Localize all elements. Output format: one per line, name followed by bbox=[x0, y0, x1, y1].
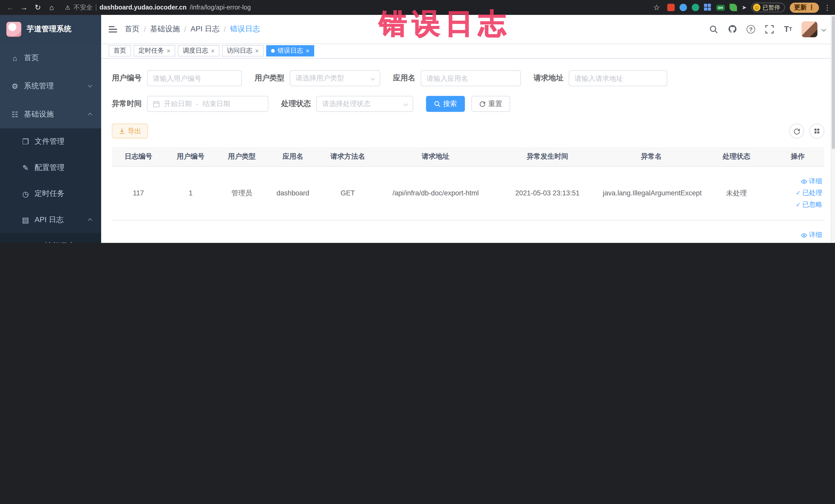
home-menu-icon: ⌂ bbox=[11, 54, 19, 62]
sidebar-item-scheduled-tasks[interactable]: ◷ 定时任务 bbox=[0, 181, 101, 207]
exception-time-label: 异常时间 bbox=[112, 99, 142, 108]
url-path[interactable]: /infra/log/api-error-log bbox=[190, 4, 251, 11]
sidebar-item-infrastructure[interactable]: ☷ 基础设施 bbox=[0, 100, 101, 128]
scrollbar[interactable] bbox=[831, 15, 835, 243]
paused-label: 已暂停 bbox=[762, 3, 780, 11]
tab-dispatch-log[interactable]: 调度日志 × bbox=[178, 45, 220, 57]
sidebar-item-file-mgmt[interactable]: ❐ 文件管理 bbox=[0, 128, 101, 155]
font-size-icon[interactable]: TT bbox=[783, 24, 793, 34]
extension-on-badge[interactable]: on bbox=[716, 5, 725, 11]
security-label[interactable]: 不安全 bbox=[74, 3, 93, 12]
select-caret-icon bbox=[370, 76, 375, 81]
error-log-table: 日志编号 用户编号 用户类型 应用名 请求方法名 请求地址 异常发生时间 异常名… bbox=[112, 147, 824, 243]
extension-icon-grid[interactable] bbox=[704, 4, 712, 11]
address-bar[interactable]: ⚠ 不安全 dashboard.yudao.iocoder.cn/infra/l… bbox=[65, 3, 251, 12]
breadcrumb-api-log[interactable]: API 日志 bbox=[190, 24, 220, 34]
app-logo-row[interactable]: 芋道管理系统 bbox=[0, 15, 101, 44]
calendar-icon bbox=[153, 100, 160, 107]
export-button[interactable]: 导出 bbox=[112, 123, 148, 138]
close-tab-icon[interactable]: × bbox=[211, 48, 215, 54]
process-status-select[interactable]: 请选择处理状态 bbox=[316, 96, 413, 112]
sidebar-item-config-mgmt[interactable]: ✎ 配置管理 bbox=[0, 155, 101, 181]
processed-link[interactable]: ✓已处理 bbox=[796, 188, 822, 198]
app-name-input[interactable] bbox=[421, 70, 521, 86]
breadcrumb-home[interactable]: 首页 bbox=[124, 24, 139, 34]
processed-link[interactable]: ✓已处理 bbox=[796, 242, 822, 243]
reload-icon[interactable]: ↻ bbox=[32, 2, 44, 13]
tab-access-log[interactable]: 访问日志 × bbox=[222, 45, 264, 57]
timer-icon: ◷ bbox=[21, 189, 30, 198]
user-id-label: 用户编号 bbox=[112, 74, 142, 83]
active-tab-dot bbox=[271, 49, 275, 53]
extension-icon-leaf[interactable] bbox=[730, 4, 737, 11]
user-id-input[interactable] bbox=[147, 70, 242, 86]
chevron-up-icon bbox=[88, 113, 93, 117]
paused-profile-pill[interactable]: ☺ 已暂停 bbox=[751, 3, 785, 12]
bookmark-star-icon[interactable]: ☆ bbox=[651, 2, 663, 13]
table-row: 116 1 管理员 dashboard GET /api/infra/db-do… bbox=[112, 220, 824, 243]
github-icon[interactable] bbox=[727, 24, 737, 34]
tab-error-log[interactable]: 错误日志 × bbox=[266, 45, 314, 57]
column-header: 处理状态 bbox=[702, 147, 771, 166]
exception-time-range-picker[interactable]: 开始日期 - 结束日期 bbox=[147, 96, 268, 112]
help-icon[interactable]: ? bbox=[746, 24, 756, 34]
column-settings-button[interactable] bbox=[809, 123, 824, 138]
select-caret-icon bbox=[404, 102, 408, 106]
extension-icon-green[interactable] bbox=[692, 4, 699, 11]
access-log-icon: ▥ bbox=[32, 242, 40, 243]
refresh-table-button[interactable] bbox=[789, 123, 804, 138]
browser-toolbar: ← → ↻ ⌂ ⚠ 不安全 dashboard.yudao.iocoder.cn… bbox=[0, 0, 835, 15]
detail-link[interactable]: 详细 bbox=[801, 230, 822, 240]
gear-icon: ⚙ bbox=[11, 82, 19, 90]
update-button[interactable]: 更新 ⋮ bbox=[790, 2, 819, 12]
breadcrumb: 首页 / 基础设施 / API 日志 / 错误日志 bbox=[124, 24, 260, 34]
column-header: 异常名 bbox=[600, 147, 702, 166]
close-tab-icon[interactable]: × bbox=[306, 48, 309, 54]
user-menu-caret-icon[interactable] bbox=[822, 27, 826, 31]
close-tab-icon[interactable]: × bbox=[167, 48, 170, 54]
sidebar-item-access-log[interactable]: ▥ 访问日志 bbox=[0, 233, 101, 243]
sidebar-item-system-mgmt[interactable]: ⚙ 系统管理 bbox=[0, 72, 101, 100]
back-icon[interactable]: ← bbox=[4, 2, 16, 13]
fullscreen-icon[interactable] bbox=[764, 24, 775, 34]
address-divider bbox=[96, 4, 96, 11]
tab-home[interactable]: 首页 bbox=[108, 45, 131, 57]
table-header-row: 日志编号 用户编号 用户类型 应用名 请求方法名 请求地址 异常发生时间 异常名… bbox=[112, 147, 824, 166]
tab-scheduled-tasks[interactable]: 定时任务 × bbox=[134, 45, 175, 57]
api-log-icon: ▤ bbox=[21, 216, 30, 224]
request-url-input[interactable] bbox=[569, 70, 667, 86]
extension-icon-blue[interactable] bbox=[679, 4, 687, 11]
extension-icon-pin[interactable]: ➤ bbox=[741, 4, 747, 11]
detail-link[interactable]: 详细 bbox=[801, 177, 822, 186]
search-icon[interactable] bbox=[708, 24, 719, 34]
app-logo bbox=[6, 22, 21, 37]
page-content: 用户编号 用户类型 请选择用户类型 应用名 bbox=[101, 59, 835, 243]
column-header: 日志编号 bbox=[112, 147, 165, 166]
app-name-label: 应用名 bbox=[393, 74, 415, 83]
breadcrumb-infrastructure[interactable]: 基础设施 bbox=[150, 24, 180, 34]
column-header: 异常发生时间 bbox=[494, 147, 600, 166]
smiley-avatar-icon: ☺ bbox=[753, 4, 760, 11]
column-header: 用户编号 bbox=[165, 147, 216, 166]
forward-icon[interactable]: → bbox=[18, 2, 30, 13]
user-type-select[interactable]: 请选择用户类型 bbox=[290, 70, 381, 86]
column-header: 应用名 bbox=[267, 147, 318, 166]
ignored-link[interactable]: ✓已忽略 bbox=[796, 200, 822, 209]
url-domain[interactable]: dashboard.yudao.iocoder.cn bbox=[100, 4, 187, 11]
extension-icon-red[interactable] bbox=[667, 4, 675, 11]
sidebar-item-home[interactable]: ⌂ 首页 bbox=[0, 44, 101, 72]
collapse-sidebar-icon[interactable] bbox=[108, 26, 117, 32]
home-icon[interactable]: ⌂ bbox=[46, 2, 58, 13]
reset-button[interactable]: 重置 bbox=[471, 96, 510, 112]
warning-icon: ⚠ bbox=[65, 4, 70, 11]
chevron-up-icon bbox=[88, 218, 93, 223]
close-tab-icon[interactable]: × bbox=[255, 48, 259, 54]
filter-row-1: 用户编号 用户类型 请选择用户类型 应用名 bbox=[112, 70, 824, 86]
user-avatar[interactable] bbox=[801, 21, 817, 37]
browser-menu-icon[interactable]: ⋮ bbox=[824, 3, 831, 11]
search-button[interactable]: 搜索 bbox=[426, 96, 465, 112]
chevron-down-icon bbox=[88, 83, 93, 87]
sidebar-item-api-log[interactable]: ▤ API 日志 bbox=[0, 207, 101, 233]
request-url-label: 请求地址 bbox=[534, 74, 564, 83]
scrollbar-thumb[interactable] bbox=[832, 16, 835, 149]
